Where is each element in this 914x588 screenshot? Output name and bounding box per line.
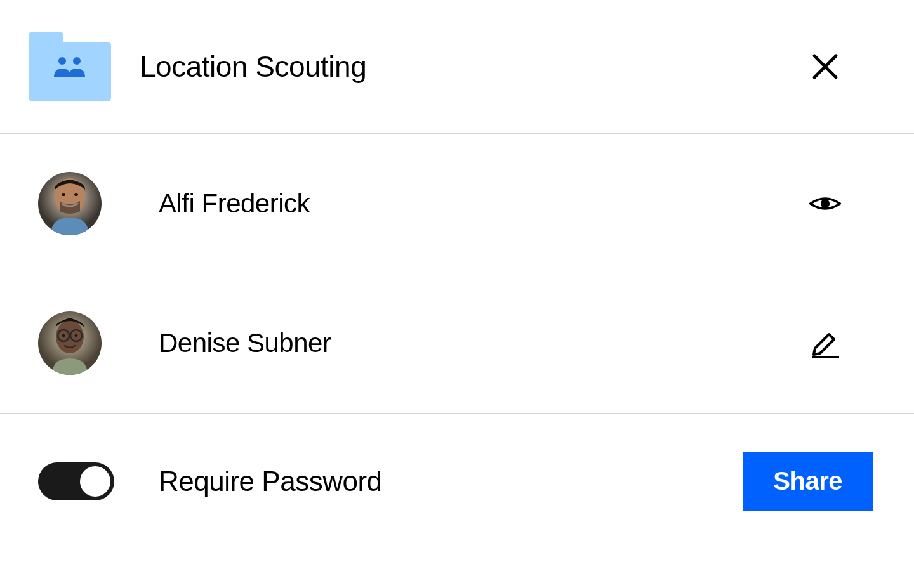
svg-point-15 [75, 334, 78, 337]
person-name: Alfi Frederick [159, 188, 809, 219]
toggle-label: Require Password [159, 466, 743, 497]
share-button[interactable]: Share [743, 452, 873, 511]
svg-point-6 [62, 193, 65, 196]
toggle-knob [80, 466, 110, 497]
avatar [38, 311, 102, 375]
shared-folder-icon [29, 32, 111, 101]
permission-view-button[interactable] [809, 188, 841, 219]
person-name: Denise Subner [159, 328, 809, 358]
eye-icon [809, 192, 841, 215]
svg-point-1 [73, 57, 81, 65]
close-button[interactable] [809, 51, 841, 82]
svg-point-0 [58, 57, 66, 65]
permission-edit-button[interactable] [809, 327, 841, 359]
svg-point-7 [74, 193, 78, 196]
people-list: Alfi Frederick [0, 134, 914, 414]
svg-point-8 [821, 199, 830, 208]
edit-icon [810, 328, 840, 358]
require-password-toggle[interactable] [38, 462, 114, 500]
dialog-title: Location Scouting [140, 49, 809, 84]
person-row: Denise Subner [0, 273, 914, 413]
close-icon [812, 53, 838, 80]
dialog-footer: Require Password Share [0, 414, 914, 549]
svg-point-14 [62, 334, 65, 337]
dialog-header: Location Scouting [0, 0, 914, 134]
person-row: Alfi Frederick [0, 134, 914, 273]
avatar [38, 172, 102, 235]
